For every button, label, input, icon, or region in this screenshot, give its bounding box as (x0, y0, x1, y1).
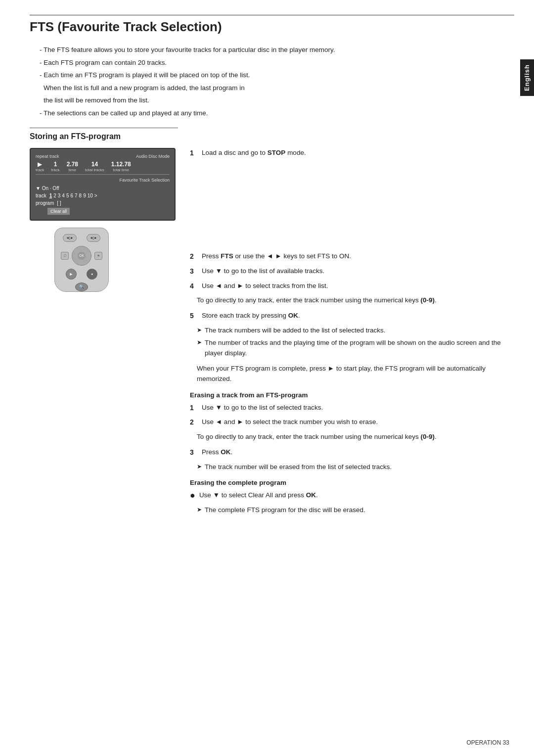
spacer (190, 162, 514, 251)
step-4-number: 4 (190, 281, 198, 292)
screen-total-tracks-info: 14 total tracks (85, 161, 104, 172)
erase-step-3: 3 Press OK. (190, 447, 514, 458)
step-5-number: 5 (190, 311, 198, 322)
page-footer: OPERATION 33 (467, 739, 509, 746)
remote-btn-sq1[interactable]: □ (61, 252, 69, 260)
clear-all-button[interactable]: Clear all (47, 208, 70, 215)
total-tracks-value: 14 (91, 161, 98, 168)
screen-time-info: 2.78 time (67, 161, 78, 172)
track-row-label: track (36, 193, 46, 198)
intro-bullet-2: - Each FTS program can contain 20 tracks… (40, 57, 514, 68)
erase-step-3-sub-text: The track number will be erased from the… (205, 462, 392, 472)
track-num-1: 1 (49, 193, 52, 198)
track-num-3: 3 (58, 193, 61, 198)
erase-step-1: 1 Use ▼ to go to the list of selected tr… (190, 403, 514, 414)
remote-bottom-button[interactable]: 🔍 (75, 283, 88, 291)
remote-top-row: ◄|► ◄|► (63, 234, 100, 242)
screen-info-row: ▶ track 1 track 2.78 time 14 total track… (36, 161, 170, 175)
erase-complete-sub: ➤ The complete FTS program for the disc … (197, 505, 514, 516)
program-row: program [ ] (36, 200, 170, 206)
erasing-complete-heading: Erasing the complete program (190, 479, 514, 486)
track-num-6: 6 (70, 193, 73, 198)
bullet-marker: ● (190, 490, 195, 501)
arrow-marker-4: ➤ (197, 505, 202, 516)
intro-bullet-3-line3: the list will be removed from the list. (44, 95, 514, 106)
remote-btn-left[interactable]: ◄|► (63, 234, 77, 242)
intro-section: - The FTS feature allows you to store yo… (40, 45, 514, 119)
right-column: 1 Load a disc and go to STOP mode. 2 Pre… (190, 148, 514, 518)
step-2: 2 Press FTS or use the ◄ ► keys to set F… (190, 251, 514, 262)
remote-dpad-center[interactable]: OK (78, 252, 86, 260)
on-off-row: ▼ On · Off (36, 186, 170, 191)
intro-bullet-4: - The selections can be called up and pl… (40, 108, 514, 119)
step-5-sub2-text: The number of tracks and the playing tim… (205, 338, 514, 359)
fts-screen-title: Favourite Track Selection (36, 178, 170, 183)
step-5: 5 Store each track by pressing OK. (190, 311, 514, 322)
erasing-track-heading: Erasing a track from an FTS-program (190, 391, 514, 399)
step-4: 4 Use ◄ and ► to select tracks from the … (190, 281, 514, 292)
top-divider (30, 15, 514, 15)
step-3-text: Use ▼ to go to the list of available tra… (202, 266, 514, 277)
screen-mockup: repeat track Audio Disc Mode ▶ track 1 t… (30, 148, 176, 221)
intro-bullet-3-line2: When the list is full and a new program … (44, 83, 514, 94)
arrow-marker-2: ➤ (197, 338, 202, 359)
track-num-5: 5 (66, 193, 69, 198)
step-2-text: Press FTS or use the ◄ ► keys to set FTS… (202, 251, 514, 262)
time-value: 2.78 (67, 161, 78, 168)
erase-step-2-text: Use ◄ and ► to select the track number y… (202, 417, 514, 428)
intro-bullet-3-line1: - Each time an FTS program is played it … (40, 70, 514, 81)
program-label: program (36, 200, 54, 206)
step-4-note: To go directly to any track, enter the t… (197, 295, 514, 306)
remote-control-mockup: ◄|► ◄|► □ OK ≡ ► ● 🔍 (54, 228, 109, 292)
erase-step-3-number: 3 (190, 447, 198, 458)
track-label: track (51, 168, 59, 172)
track-value: 1 (54, 161, 57, 168)
total-time-label: total time (113, 168, 129, 172)
screen-header: repeat track Audio Disc Mode (36, 154, 170, 159)
step-1-number: 1 (190, 148, 198, 159)
erase-step-2-number: 2 (190, 417, 198, 428)
erase-step-3-sub: ➤ The track number will be erased from t… (197, 462, 514, 472)
remote-mid-row: □ OK ≡ (61, 246, 102, 266)
language-tab: English (520, 59, 534, 96)
remote-dpad[interactable]: OK (72, 246, 91, 266)
track-num-7: 7 (75, 193, 78, 198)
track-num-4: 4 (62, 193, 65, 198)
erase-step-3-text: Press OK. (202, 447, 514, 458)
step-5-text: Store each track by pressing OK. (202, 311, 514, 322)
screen-mode-label: Audio Disc Mode (136, 154, 170, 159)
erase-step-2: 2 Use ◄ and ► to select the track number… (190, 417, 514, 428)
erase-complete-bullet: ● Use ▼ to select Clear All and press OK… (190, 490, 514, 501)
page-title: FTS (Favourite Track Selection) (30, 19, 514, 35)
remote-ok-button[interactable]: ● (87, 269, 97, 280)
track-numbers: 1 2 3 4 5 6 7 8 9 10 > (49, 193, 97, 198)
step-3-number: 3 (190, 266, 198, 277)
storing-section-heading: Storing an FTS-program (30, 132, 514, 141)
step-5-sub1-text: The track numbers will be added to the l… (205, 326, 385, 336)
two-column-layout: repeat track Audio Disc Mode ▶ track 1 t… (30, 148, 514, 518)
remote-bottom-row: ► ● (66, 269, 97, 280)
total-tracks-label: total tracks (85, 168, 104, 172)
step-3: 3 Use ▼ to go to the list of available t… (190, 266, 514, 277)
time-label: time (69, 168, 76, 172)
remote-play-button[interactable]: ► (66, 269, 77, 280)
play-icon: ▶ (38, 161, 42, 168)
step-4-text: Use ◄ and ► to select tracks from the li… (202, 281, 514, 292)
arrow-marker-1: ➤ (197, 326, 202, 336)
intro-bullet-1: - The FTS feature allows you to store yo… (40, 45, 514, 55)
total-time-value: 1.12.78 (111, 161, 131, 168)
remote-btn-sq2[interactable]: ≡ (94, 252, 102, 260)
screen-total-time-info: 1.12.78 total time (111, 161, 131, 172)
arrow-marker-3: ➤ (197, 462, 202, 472)
track-num-2: 2 (53, 193, 56, 198)
step-5-sub1: ➤ The track numbers will be added to the… (197, 326, 514, 336)
track-num-8: 8 (79, 193, 82, 198)
erase-complete-sub-text: The complete FTS program for the disc wi… (205, 505, 365, 516)
remote-btn-right[interactable]: ◄|► (87, 234, 100, 242)
step-5-sub2: ➤ The number of tracks and the playing t… (197, 338, 514, 359)
play-label: track (36, 168, 44, 172)
step-1-text: Load a disc and go to STOP mode. (202, 148, 514, 159)
erase-step-2-note: To go directly to any track, enter the t… (197, 432, 514, 442)
screen-repeat-label: repeat track (36, 154, 59, 159)
clear-all-row: Clear all (36, 208, 170, 215)
